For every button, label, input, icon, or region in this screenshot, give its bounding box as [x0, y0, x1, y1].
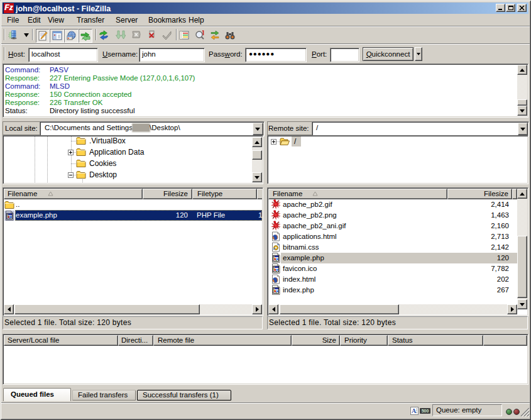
svg-text:A: A: [412, 407, 417, 414]
